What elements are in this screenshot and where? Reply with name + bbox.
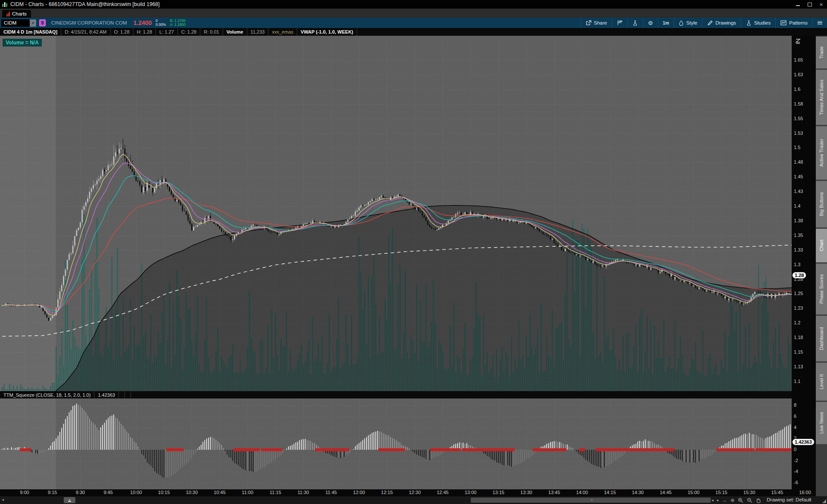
scroll-left-arrow-icon[interactable]: ◂ <box>2 497 4 502</box>
price-axis-label: 1.2 <box>794 320 800 326</box>
ttm-study-name[interactable]: TTM_Squeeze (CLOSE, 18, 1.5, 2.0, 1.0) <box>0 391 94 398</box>
main-chart-canvas[interactable] <box>0 36 792 391</box>
sidebar-tab-active-trader[interactable]: Active Trader <box>816 126 827 180</box>
pan-hand-icon[interactable] <box>756 498 761 503</box>
time-axis-label: 12:30 <box>409 490 421 495</box>
tab-strip: Charts <box>0 9 827 18</box>
price-axis-label: 1.43 <box>794 189 803 194</box>
app-logo-icon <box>2 1 8 7</box>
patterns-button[interactable]: Patterns <box>775 18 812 28</box>
timeframe-button[interactable]: 1m <box>658 18 674 28</box>
price-axis-label: 1.48 <box>794 159 803 165</box>
pan-left-icon[interactable]: ◂ <box>712 498 714 502</box>
ttm-axis-label: 0 <box>794 447 796 452</box>
ohlc-header-cell-0: CIDM 4 D 1m [NASDAQ] <box>0 28 61 36</box>
settings-button[interactable]: ⚙ <box>643 18 658 28</box>
sidebar-tab-trade[interactable]: Trade <box>816 37 827 68</box>
time-axis-label: 14:00 <box>576 490 588 495</box>
sidebar-tab-times-and-sales[interactable]: Times And Sales <box>816 70 827 125</box>
company-name: CINEDIGM CORPORATION COM <box>51 20 127 25</box>
symbol-dropdown-button[interactable]: ▾ <box>30 19 36 27</box>
ttm-axis-label: 6 <box>794 414 796 419</box>
studies-button[interactable]: Studies <box>741 18 775 28</box>
scrollbar-thumb[interactable] <box>471 498 711 503</box>
price-axis-label: 1.33 <box>794 247 803 253</box>
ohlc-header-cell-6: R: 0.01 <box>200 28 223 36</box>
sidebar-tab-level-ii[interactable]: Level II <box>816 363 827 401</box>
charts-tab-icon <box>6 12 10 16</box>
time-axis-label: 10:15 <box>158 490 170 495</box>
ask-price: A: 1.2800 <box>170 23 185 27</box>
fit-width-icon[interactable]: ↔ <box>722 498 727 503</box>
volume-na-label: Volume = N/A <box>3 39 42 47</box>
price-axis-label: 1.38 <box>794 218 803 224</box>
dock-time-button[interactable]: ▴ <box>64 497 75 503</box>
ttm-study-value[interactable]: 1.42363 <box>94 391 119 398</box>
price-axis-label: 1.6 <box>794 87 800 92</box>
ohlc-header-cell-10[interactable]: VWAP (-1.0, 1.0, WEEK) <box>297 28 357 36</box>
time-axis[interactable]: 9:009:159:309:4510:0010:1510:3010:4511:0… <box>0 489 816 496</box>
pan-right-icon[interactable]: ▸ <box>717 498 719 502</box>
ttm-value-bubble: 1.42363 <box>792 439 815 445</box>
sidebar-tab-dashboard[interactable]: Dashboard <box>816 316 827 361</box>
menu-icon <box>818 21 822 25</box>
time-axis-label: 12:45 <box>437 490 449 495</box>
price-axis-label: 1.25 <box>794 291 803 296</box>
ohlc-header-cell-2: O: 1.28 <box>111 28 134 36</box>
auto-scale-icon[interactable]: ⊕ <box>731 498 734 503</box>
ohlc-header-cell-8: 11,233 <box>247 28 269 36</box>
zoom-in-icon[interactable] <box>738 498 743 503</box>
menu-button[interactable] <box>812 18 827 28</box>
maximize-button[interactable] <box>804 0 815 9</box>
link-group-badge[interactable]: 9 <box>39 19 46 26</box>
flask-icon <box>632 20 638 26</box>
share-button[interactable]: Share <box>581 18 612 28</box>
last-price: 1.2400 <box>133 19 152 26</box>
time-axis-label: 15:45 <box>771 490 783 495</box>
ttm-squeeze-canvas[interactable] <box>0 398 792 489</box>
share-icon <box>586 20 591 25</box>
minimize-button[interactable] <box>792 0 804 9</box>
tab-charts-label: Charts <box>12 11 27 16</box>
chart-toolbar-right: Share ⚙ 1m Style Drawings <box>581 18 827 28</box>
symbol-combo[interactable]: CIDM ▾ <box>1 19 36 27</box>
time-axis-label: 10:45 <box>214 490 226 495</box>
time-axis-label: 13:45 <box>548 490 560 495</box>
ohlc-header-cell-9[interactable]: xxx_emas <box>268 28 297 36</box>
bottom-scroll-bar: ◂ ▴ ◂▸ ↔ ⊕ Drawing set: Default <box>0 496 827 504</box>
time-axis-label: 11:45 <box>326 490 337 495</box>
symbol-input[interactable]: CIDM <box>1 19 30 27</box>
time-axis-label: 12:00 <box>353 490 365 495</box>
drawing-set-status[interactable]: Drawing set: Default <box>767 497 811 502</box>
time-axis-label: 13:30 <box>520 490 532 495</box>
tab-charts[interactable]: Charts <box>2 10 31 18</box>
sidebar-tab-phase-scores[interactable]: Phase Scores <box>816 264 827 314</box>
price-axis-label: 1.23 <box>794 305 803 311</box>
ttm-header-spacer <box>119 391 125 398</box>
time-axis-label: 15:30 <box>743 490 755 495</box>
time-axis-label: 15:00 <box>687 490 700 495</box>
time-axis-label: 14:45 <box>660 490 672 495</box>
price-axis-label: 1.58 <box>794 101 803 107</box>
sidebar-tab-chart[interactable]: Chart <box>816 229 827 262</box>
sidebar-tab-big-buttons[interactable]: Big Buttons <box>816 181 827 227</box>
gear-icon: ⚙ <box>648 20 653 26</box>
time-axis-label: 12:15 <box>381 490 393 495</box>
close-button[interactable]: × <box>815 0 827 9</box>
sidebar-tab-live-news[interactable]: Live News <box>816 402 827 444</box>
right-sidebar: TradeTimes And SalesActive TraderBig But… <box>816 36 827 496</box>
ttm-axis-label: -2 <box>794 458 798 464</box>
zoom-out-icon[interactable] <box>747 498 752 503</box>
drawings-button[interactable]: Drawings <box>702 18 741 28</box>
price-axis-label: 1.1 <box>794 379 800 384</box>
analyze-button[interactable] <box>627 18 643 28</box>
price-axis[interactable]: 1.651.631.61.581.551.531.51.481.451.431.… <box>792 36 816 489</box>
corner-resize-handle[interactable] <box>822 499 826 503</box>
time-axis-label: 14:15 <box>604 490 616 495</box>
style-button[interactable]: Style <box>674 18 702 28</box>
flag-report-button[interactable] <box>612 18 627 28</box>
patterns-icon <box>780 20 787 25</box>
ttm-axis-label: -4 <box>794 469 798 474</box>
time-axis-label: 11:15 <box>270 490 281 495</box>
pattern-zigzag-icon[interactable] <box>795 38 801 44</box>
